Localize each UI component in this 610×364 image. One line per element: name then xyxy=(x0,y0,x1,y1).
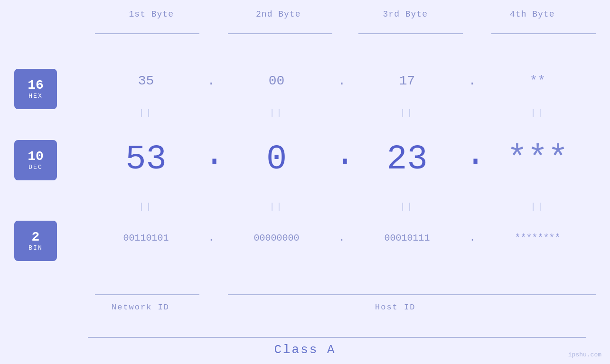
bin-badge-num: 2 xyxy=(32,230,40,245)
parallel1: || || || || xyxy=(88,108,596,118)
parallel2-b2: || xyxy=(218,202,335,211)
bin-b1: 00110101 xyxy=(88,233,204,243)
bracket-byte2 xyxy=(228,33,332,34)
hex-dot3: . xyxy=(465,74,479,88)
bin-badge: 2 BIN xyxy=(14,221,57,261)
hex-badge-label: HEX xyxy=(28,93,42,100)
hex-b3: 17 xyxy=(349,74,465,88)
dec-b2: 0 xyxy=(218,140,335,179)
dec-b4: *** xyxy=(479,140,596,179)
bin-b3: 00010111 xyxy=(349,233,465,243)
hex-dot2: . xyxy=(335,74,349,88)
bracket-host-id xyxy=(228,294,596,295)
watermark: ipshu.com xyxy=(568,351,601,358)
dec-badge-num: 10 xyxy=(28,149,44,164)
parallel1-b3: || xyxy=(349,108,465,118)
hex-row: 35 . 00 . 17 . ** xyxy=(88,74,596,88)
main-container: 1st Byte 2nd Byte 3rd Byte 4th Byte 16 H… xyxy=(0,0,610,364)
bin-b2: 00000000 xyxy=(218,233,335,243)
parallel1-b1: || xyxy=(88,108,204,118)
parallel2-b1: || xyxy=(88,202,204,211)
bracket-byte4 xyxy=(491,33,596,34)
dec-badge: 10 DEC xyxy=(14,140,57,180)
dec-dot1: . xyxy=(204,135,218,179)
dec-row: 53 . 0 . 23 . *** xyxy=(88,135,596,179)
bin-dot2: . xyxy=(335,233,349,243)
byte3-header: 3rd Byte xyxy=(342,9,469,19)
class-line xyxy=(88,337,586,338)
hex-badge-num: 16 xyxy=(28,78,44,93)
parallel1-b4: || xyxy=(479,108,596,118)
parallel2-b3: || xyxy=(349,202,465,211)
parallel2: || || || || xyxy=(88,202,596,211)
class-label: Class A xyxy=(0,343,610,357)
byte4-header: 4th Byte xyxy=(469,9,596,19)
dec-badge-label: DEC xyxy=(28,164,42,171)
bin-row: 00110101 . 00000000 . 00010111 . *******… xyxy=(88,233,596,243)
bin-dot3: . xyxy=(465,233,479,243)
hex-b4: ** xyxy=(479,74,596,88)
bin-badge-label: BIN xyxy=(28,244,42,252)
hex-b1: 35 xyxy=(88,74,204,88)
hex-b2: 00 xyxy=(218,74,335,88)
bracket-byte3 xyxy=(358,33,463,34)
bin-dot1: . xyxy=(204,233,218,243)
dec-b3: 23 xyxy=(349,140,465,179)
dec-dot3: . xyxy=(465,135,479,179)
dec-b1: 53 xyxy=(88,140,204,179)
bracket-byte1 xyxy=(95,33,199,34)
parallel1-b2: || xyxy=(218,108,335,118)
parallel2-b4: || xyxy=(479,202,596,211)
hex-badge: 16 HEX xyxy=(14,69,57,109)
host-id-label: Host ID xyxy=(375,303,415,312)
dec-dot2: . xyxy=(335,135,349,179)
hex-dot1: . xyxy=(204,74,218,88)
byte2-header: 2nd Byte xyxy=(215,9,342,19)
byte-headers: 1st Byte 2nd Byte 3rd Byte 4th Byte xyxy=(88,9,596,19)
bracket-network-id xyxy=(95,294,199,295)
byte1-header: 1st Byte xyxy=(88,9,215,19)
bin-b4: ******** xyxy=(479,233,596,243)
network-id-label: Network ID xyxy=(112,303,169,312)
